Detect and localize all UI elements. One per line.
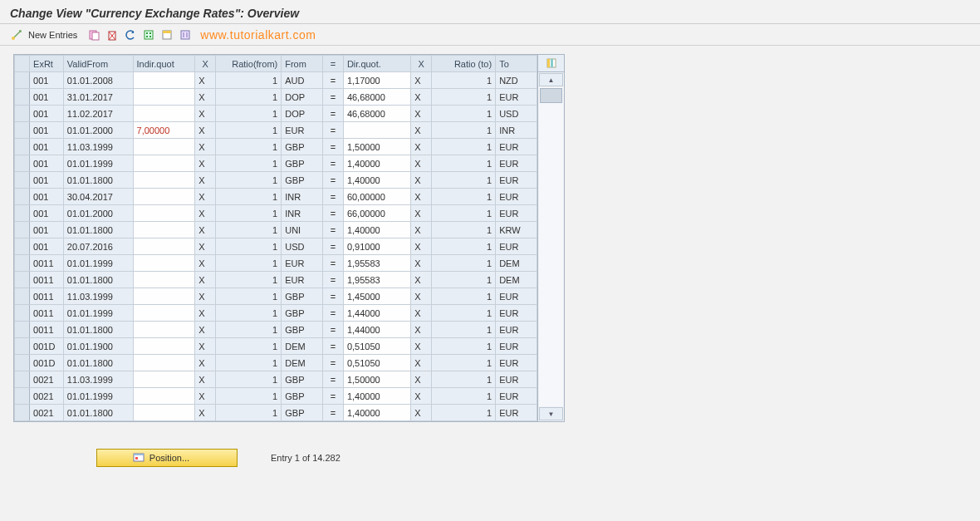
cell-dir[interactable]: 0,91000 bbox=[343, 238, 410, 255]
row-selector[interactable] bbox=[15, 72, 30, 89]
cell-indir[interactable] bbox=[133, 272, 195, 288]
cell-validfrom[interactable]: 11.02.2017 bbox=[63, 106, 133, 122]
cell-validfrom[interactable]: 01.01.2000 bbox=[63, 122, 133, 139]
cell-dir[interactable]: 60,00000 bbox=[343, 189, 410, 205]
toggle-icon[interactable] bbox=[8, 27, 25, 43]
cell-dir[interactable]: 1,50000 bbox=[343, 139, 410, 155]
cell-validfrom[interactable]: 11.03.1999 bbox=[63, 288, 133, 305]
cell-ratiofrom[interactable]: 1 bbox=[216, 189, 282, 205]
deselect-all-icon[interactable] bbox=[177, 27, 194, 43]
cell-indir[interactable] bbox=[133, 388, 195, 405]
delete-icon[interactable] bbox=[104, 27, 120, 43]
cell-exrt[interactable]: 0021 bbox=[30, 371, 64, 388]
cell-exrt[interactable]: 001 bbox=[30, 189, 64, 205]
row-selector[interactable] bbox=[15, 272, 30, 288]
row-selector[interactable] bbox=[15, 89, 30, 106]
cell-from[interactable]: GBP bbox=[282, 322, 323, 338]
cell-from[interactable]: DOP bbox=[282, 89, 323, 106]
cell-dir[interactable]: 0,51050 bbox=[343, 355, 410, 371]
table-row[interactable]: 00101.01.20007,00000X1EUR=X1INR bbox=[15, 122, 537, 139]
cell-from[interactable]: INR bbox=[282, 205, 323, 222]
table-row[interactable]: 00111.03.1999X1GBP=1,50000X1EUR bbox=[15, 139, 537, 155]
scroll-down-button[interactable]: ▼ bbox=[539, 407, 563, 420]
row-selector[interactable] bbox=[15, 189, 30, 205]
cell-ratioto[interactable]: 1 bbox=[432, 371, 496, 388]
cell-exrt[interactable]: 001 bbox=[30, 205, 64, 222]
scroll-track[interactable] bbox=[539, 87, 563, 406]
row-selector[interactable] bbox=[15, 305, 30, 322]
cell-indir[interactable] bbox=[133, 72, 195, 89]
row-selector[interactable] bbox=[15, 222, 30, 238]
cell-ratiofrom[interactable]: 1 bbox=[216, 255, 282, 272]
cell-from[interactable]: DEM bbox=[282, 355, 323, 371]
cell-from[interactable]: AUD bbox=[282, 72, 323, 89]
cell-indir[interactable] bbox=[133, 106, 195, 122]
col-x1[interactable]: X bbox=[195, 56, 216, 72]
scroll-up-button[interactable]: ▲ bbox=[539, 73, 563, 86]
table-row[interactable]: 00101.01.1999X1GBP=1,40000X1EUR bbox=[15, 155, 537, 172]
cell-dir[interactable]: 1,95583 bbox=[343, 255, 410, 272]
cell-exrt[interactable]: 001 bbox=[30, 89, 64, 106]
cell-validfrom[interactable]: 01.01.1800 bbox=[63, 222, 133, 238]
cell-from[interactable]: DEM bbox=[282, 338, 323, 355]
row-selector[interactable] bbox=[15, 338, 30, 355]
cell-to[interactable]: EUR bbox=[496, 155, 537, 172]
cell-ratioto[interactable]: 1 bbox=[432, 338, 496, 355]
cell-from[interactable]: GBP bbox=[282, 405, 323, 421]
cell-to[interactable]: INR bbox=[496, 122, 537, 139]
cell-to[interactable]: EUR bbox=[496, 305, 537, 322]
cell-to[interactable]: EUR bbox=[496, 371, 537, 388]
cell-from[interactable]: EUR bbox=[282, 122, 323, 139]
cell-indir[interactable] bbox=[133, 305, 195, 322]
cell-to[interactable]: EUR bbox=[496, 405, 537, 421]
cell-exrt[interactable]: 001 bbox=[30, 222, 64, 238]
cell-indir[interactable] bbox=[133, 355, 195, 371]
cell-indir[interactable] bbox=[133, 89, 195, 106]
cell-validfrom[interactable]: 01.01.1999 bbox=[63, 255, 133, 272]
cell-ratioto[interactable]: 1 bbox=[432, 255, 496, 272]
cell-to[interactable]: EUR bbox=[496, 388, 537, 405]
table-row[interactable]: 002101.01.1999X1GBP=1,40000X1EUR bbox=[15, 388, 537, 405]
cell-to[interactable]: EUR bbox=[496, 189, 537, 205]
row-selector[interactable] bbox=[15, 288, 30, 305]
cell-validfrom[interactable]: 30.04.2017 bbox=[63, 189, 133, 205]
cell-indir[interactable] bbox=[133, 338, 195, 355]
cell-to[interactable]: DEM bbox=[496, 255, 537, 272]
cell-dir[interactable]: 1,40000 bbox=[343, 222, 410, 238]
row-selector[interactable] bbox=[15, 155, 30, 172]
table-row[interactable]: 00120.07.2016X1USD=0,91000X1EUR bbox=[15, 238, 537, 255]
cell-ratioto[interactable]: 1 bbox=[432, 89, 496, 106]
cell-ratiofrom[interactable]: 1 bbox=[216, 272, 282, 288]
cell-dir[interactable]: 1,45000 bbox=[343, 288, 410, 305]
cell-to[interactable]: EUR bbox=[496, 89, 537, 106]
row-selector[interactable] bbox=[15, 139, 30, 155]
cell-ratiofrom[interactable]: 1 bbox=[216, 222, 282, 238]
cell-ratiofrom[interactable]: 1 bbox=[216, 106, 282, 122]
cell-from[interactable]: EUR bbox=[282, 272, 323, 288]
cell-dir[interactable]: 46,68000 bbox=[343, 106, 410, 122]
cell-ratioto[interactable]: 1 bbox=[432, 272, 496, 288]
cell-indir[interactable] bbox=[133, 139, 195, 155]
col-ratiofrom[interactable]: Ratio(from) bbox=[216, 56, 282, 72]
cell-ratiofrom[interactable]: 1 bbox=[216, 205, 282, 222]
table-row[interactable]: 002111.03.1999X1GBP=1,50000X1EUR bbox=[15, 371, 537, 388]
cell-exrt[interactable]: 001D bbox=[30, 355, 64, 371]
col-to[interactable]: To bbox=[496, 56, 537, 72]
cell-ratioto[interactable]: 1 bbox=[432, 322, 496, 338]
cell-from[interactable]: GBP bbox=[282, 288, 323, 305]
row-selector[interactable] bbox=[15, 355, 30, 371]
configure-columns-icon[interactable] bbox=[538, 55, 564, 72]
cell-from[interactable]: DOP bbox=[282, 106, 323, 122]
cell-indir[interactable]: 7,00000 bbox=[133, 122, 195, 139]
cell-validfrom[interactable]: 01.01.1800 bbox=[63, 355, 133, 371]
cell-exrt[interactable]: 0021 bbox=[30, 405, 64, 421]
cell-ratiofrom[interactable]: 1 bbox=[216, 305, 282, 322]
cell-from[interactable]: GBP bbox=[282, 371, 323, 388]
select-block-icon[interactable] bbox=[159, 27, 175, 43]
cell-validfrom[interactable]: 01.01.1800 bbox=[63, 322, 133, 338]
col-x2[interactable]: X bbox=[411, 56, 432, 72]
cell-exrt[interactable]: 0011 bbox=[30, 255, 64, 272]
row-selector[interactable] bbox=[15, 255, 30, 272]
table-row[interactable]: 001101.01.1800X1EUR=1,95583X1DEM bbox=[15, 272, 537, 288]
cell-ratiofrom[interactable]: 1 bbox=[216, 338, 282, 355]
